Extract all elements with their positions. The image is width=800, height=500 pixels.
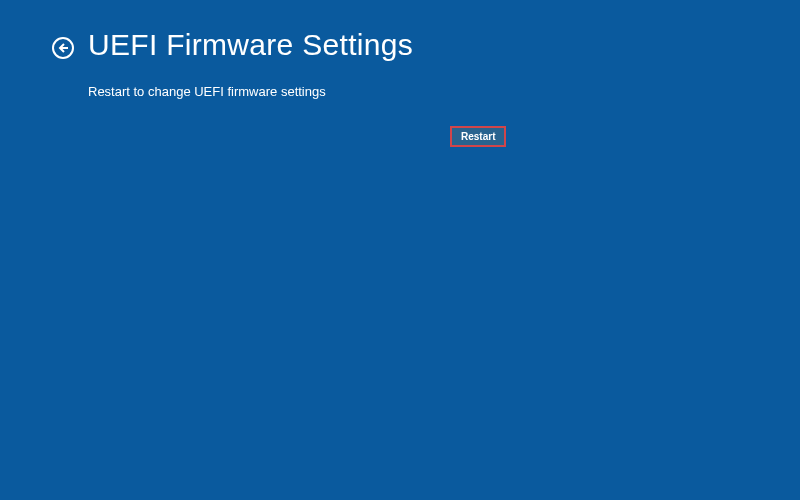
- restart-button[interactable]: Restart: [450, 126, 506, 147]
- back-arrow-icon[interactable]: [52, 37, 74, 59]
- header: UEFI Firmware Settings: [0, 0, 800, 62]
- page-title: UEFI Firmware Settings: [88, 28, 413, 62]
- subtitle-text: Restart to change UEFI firmware settings: [0, 62, 800, 99]
- arrow-left-icon: [57, 42, 69, 54]
